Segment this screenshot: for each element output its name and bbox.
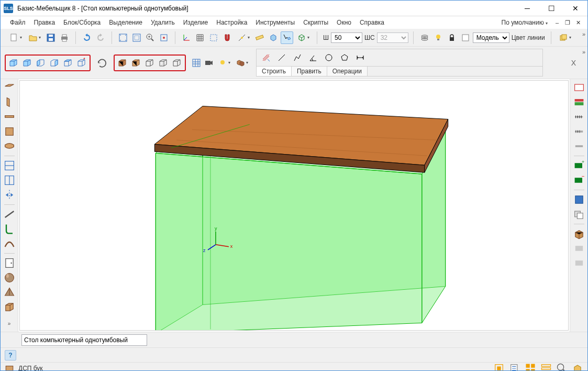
ribbon-overflow-icon[interactable]: » bbox=[582, 49, 585, 55]
cube-select-button[interactable] bbox=[267, 31, 280, 44]
redo-button[interactable] bbox=[94, 31, 107, 44]
line-tool-button[interactable] bbox=[275, 51, 288, 64]
r-screw2-button[interactable] bbox=[573, 125, 585, 138]
material-cubes-button[interactable]: ▾ bbox=[233, 57, 251, 69]
circle-tool-button[interactable] bbox=[323, 51, 335, 64]
undo-button[interactable] bbox=[81, 31, 93, 44]
mdi-restore-button[interactable]: ❐ bbox=[563, 18, 572, 27]
menu-product[interactable]: Изделие bbox=[179, 18, 213, 27]
menu-settings[interactable]: Настройка bbox=[212, 18, 251, 27]
sphere-button[interactable] bbox=[3, 271, 16, 284]
r-screw3-button[interactable] bbox=[573, 140, 585, 152]
snap-rect-button[interactable] bbox=[207, 31, 220, 44]
camera-button[interactable] bbox=[203, 57, 215, 69]
panel-horiz-button[interactable] bbox=[3, 111, 16, 123]
r-remove-panel-button[interactable]: − bbox=[573, 174, 585, 187]
open-button[interactable]: ▾ bbox=[26, 31, 43, 44]
dimension-tool-button[interactable] bbox=[354, 51, 367, 64]
split-h-button[interactable] bbox=[3, 159, 16, 172]
zoom-pan-button[interactable] bbox=[158, 31, 170, 44]
table-button[interactable] bbox=[190, 57, 203, 69]
menu-edit[interactable]: Правка bbox=[30, 18, 60, 27]
panel-curve-button[interactable] bbox=[3, 140, 16, 152]
view-top-button[interactable] bbox=[62, 57, 74, 69]
iso-cube-button[interactable]: ▾ bbox=[294, 31, 312, 44]
shade-solid-button[interactable] bbox=[116, 57, 129, 69]
shade-hidden-button[interactable] bbox=[157, 57, 170, 69]
view-front-button[interactable] bbox=[7, 57, 20, 69]
mirror-h-button[interactable] bbox=[3, 189, 16, 201]
r-screw-button[interactable] bbox=[573, 111, 585, 123]
menu-window[interactable]: Окно bbox=[332, 18, 356, 27]
profile-button[interactable] bbox=[3, 223, 16, 235]
door-button[interactable] bbox=[3, 257, 16, 269]
left-overflow-icon[interactable]: » bbox=[3, 318, 16, 330]
ribbon-tab-build[interactable]: Строить bbox=[257, 67, 292, 76]
sb-btn3[interactable] bbox=[525, 363, 536, 372]
view-right-button[interactable] bbox=[48, 57, 61, 69]
polyline-tool-button[interactable] bbox=[291, 51, 304, 64]
magnet-button[interactable] bbox=[221, 31, 234, 44]
r-grey2-button[interactable] bbox=[573, 257, 585, 269]
zoom-fit-button[interactable] bbox=[117, 31, 129, 44]
maximize-button[interactable]: ☐ bbox=[539, 1, 563, 16]
close-button[interactable]: ✕ bbox=[563, 1, 587, 16]
sheets-button[interactable]: ▾ bbox=[556, 31, 574, 44]
r-grey1-button[interactable] bbox=[573, 242, 585, 255]
view-back-button[interactable] bbox=[21, 57, 34, 69]
toolbar-overflow-icon[interactable]: » bbox=[582, 31, 585, 37]
shade-wire-button[interactable] bbox=[143, 57, 156, 69]
shade-texture-button[interactable] bbox=[130, 57, 142, 69]
ribbon-tab-operations[interactable]: Операции bbox=[327, 67, 368, 76]
angle-tool-button[interactable] bbox=[307, 51, 319, 64]
light-button[interactable]: ▾ bbox=[215, 57, 233, 69]
view-iso-button[interactable] bbox=[75, 57, 88, 69]
axes-button[interactable] bbox=[180, 31, 193, 44]
rotate-view-button[interactable] bbox=[96, 57, 108, 69]
pyramid-button[interactable] bbox=[3, 286, 16, 299]
save-button[interactable] bbox=[45, 31, 57, 44]
lock-button[interactable] bbox=[446, 31, 458, 44]
menu-delete[interactable]: Удалить bbox=[147, 18, 179, 27]
sb-btn4[interactable] bbox=[540, 363, 552, 372]
mdi-minimize-button[interactable]: – bbox=[553, 18, 561, 27]
hatch-icon[interactable] bbox=[260, 51, 272, 64]
color-swatch-button[interactable] bbox=[459, 31, 472, 44]
menu-selection[interactable]: Выделение bbox=[105, 18, 147, 27]
grid-button[interactable] bbox=[194, 31, 206, 44]
zoom-in-button[interactable] bbox=[144, 31, 157, 44]
panel-vert-button[interactable] bbox=[3, 96, 16, 108]
sb-btn1[interactable] bbox=[493, 363, 505, 372]
bend-button[interactable] bbox=[3, 237, 16, 250]
sb-btn2[interactable] bbox=[509, 363, 520, 372]
view-left-button[interactable] bbox=[35, 57, 47, 69]
r-panel2-button[interactable] bbox=[573, 96, 585, 108]
bulb-button[interactable] bbox=[432, 31, 445, 44]
menu-help[interactable]: Справка bbox=[356, 18, 389, 27]
edge-tool-button[interactable] bbox=[3, 208, 16, 221]
3d-viewport[interactable]: x y z bbox=[19, 80, 569, 331]
minimize-button[interactable]: ─ bbox=[515, 1, 539, 16]
shade-edges-button[interactable] bbox=[171, 57, 183, 69]
menu-tools[interactable]: Инструменты bbox=[251, 18, 299, 27]
r-copy-panel-button[interactable] bbox=[573, 208, 585, 221]
width-step-select[interactable]: 32 bbox=[377, 32, 408, 43]
polygon-tool-button[interactable] bbox=[338, 51, 351, 64]
sb-btn6[interactable] bbox=[572, 363, 583, 372]
object-name-input[interactable] bbox=[21, 334, 147, 346]
width-select[interactable]: 50 bbox=[331, 32, 362, 43]
r-add-panel-button[interactable]: + bbox=[573, 159, 585, 172]
sb-btn5[interactable] bbox=[556, 363, 568, 372]
mdi-close-button[interactable]: ✕ bbox=[574, 18, 582, 27]
menu-scripts[interactable]: Скрипты bbox=[299, 18, 332, 27]
layers-button[interactable] bbox=[418, 31, 431, 44]
zoom-window-button[interactable] bbox=[130, 31, 143, 44]
menu-block[interactable]: Блок/Сборка bbox=[59, 18, 105, 27]
split-v-button[interactable] bbox=[3, 174, 16, 187]
menu-file[interactable]: Файл bbox=[6, 18, 30, 27]
mode-select[interactable]: Модель bbox=[473, 32, 509, 43]
panel-box-button[interactable] bbox=[3, 125, 16, 138]
r-blue-panel-button[interactable] bbox=[573, 193, 585, 206]
cursor-cube-button[interactable] bbox=[281, 31, 293, 44]
help-button[interactable]: ? bbox=[5, 350, 16, 361]
